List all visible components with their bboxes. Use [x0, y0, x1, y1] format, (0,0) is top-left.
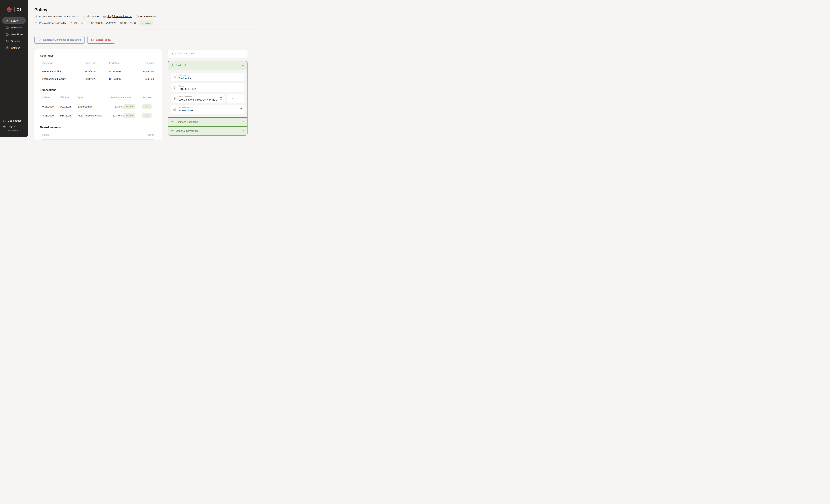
map-pin-icon — [173, 97, 176, 100]
address-row: Mailing address 100 Ohio Ave, Niles, OH … — [171, 94, 245, 103]
unit-number-field[interactable] — [227, 94, 245, 103]
map-pin-icon — [70, 22, 73, 24]
sidebar-item-label: Settings — [11, 46, 20, 49]
status-badge: Active — [139, 21, 153, 26]
logo-divider — [14, 7, 14, 12]
person-icon — [83, 15, 85, 18]
help-icon[interactable] — [220, 97, 222, 100]
policy-app: OS Search — [0, 0, 260, 139]
optional-coverages-title: Optional Coverages — [176, 129, 198, 132]
insured-email-link[interactable]: tim@fitrevolution.com — [107, 15, 132, 18]
calendar-x-icon — [91, 38, 94, 41]
policy-number: AC1EIC-91536480122XXXTENT-1 — [35, 15, 79, 18]
states: OH, NY — [70, 22, 83, 25]
user-email: bobby@agency... — [3, 129, 25, 131]
business-name-field[interactable]: Business name Fit Revolution — [171, 105, 245, 114]
person-icon — [171, 64, 174, 67]
transactions-table: Intiated Effective Type Premium +/- Stat… — [42, 92, 154, 120]
phone-icon — [173, 86, 176, 89]
chevron-down-icon[interactable] — [242, 130, 244, 132]
cancel-policy-button[interactable]: Cancel policy — [87, 36, 115, 44]
search-list-icon — [6, 19, 9, 22]
folder-chart-icon — [6, 33, 9, 36]
policy-term: 8/18/2025 - 8/18/2026 — [87, 22, 116, 25]
field-value: 100 Ohio Ave, Niles, OH 44446, U — [179, 98, 218, 101]
policy-details-card: Coverages Coverage Start Date End Date P… — [34, 49, 162, 139]
shield-plus-icon — [171, 129, 174, 132]
field-value: (716) 622-1122 — [179, 88, 242, 91]
business-name-meta: Fit Revolution — [136, 15, 156, 18]
hash-icon — [35, 15, 37, 18]
named-insureds-title: Named Insureds — [40, 126, 156, 129]
help-icon[interactable] — [240, 108, 242, 111]
sidebar-footer: Get in touch Log out bobby@agency... — [3, 114, 25, 132]
business-locations-title: Business Locations — [176, 121, 198, 124]
headset-icon — [3, 120, 6, 122]
optional-coverages-header[interactable]: Optional Coverages — [168, 126, 247, 135]
basic-info-title: Basic Info — [176, 64, 187, 67]
status-badge: Bound — [124, 104, 135, 109]
mailing-address-field[interactable]: Mailing address 100 Ohio Ave, Niles, OH … — [171, 94, 225, 103]
dollar-circle-icon — [120, 22, 123, 24]
generate-certificate-button[interactable]: Generate Certificate of Insurance — [34, 36, 85, 44]
chevron-down-icon[interactable] — [242, 121, 244, 123]
at-sign-icon — [136, 15, 139, 18]
award-icon — [38, 38, 41, 41]
field-label: Phone — [179, 85, 242, 87]
app-logo: OS — [7, 7, 28, 12]
sidebar-item-tenants[interactable]: Tenants — [2, 38, 26, 44]
sidebar-footer-divider — [3, 114, 25, 114]
field-value: Fit Revolution — [179, 109, 237, 112]
gear-icon — [6, 46, 9, 49]
payment-badge: Paid — [142, 113, 152, 118]
total-premium: $2,579.90 — [120, 22, 136, 25]
phone-field[interactable]: Phone (716) 622-1122 — [171, 83, 245, 92]
coverages-header-row: Coverage Start Date End Date Premium — [42, 57, 154, 68]
unit-number-input[interactable] — [230, 97, 242, 100]
business-locations-header[interactable]: Business Locations — [168, 117, 247, 126]
coverages-table: Coverage Start Date End Date Premium Gen… — [42, 57, 154, 82]
main-content: Policy AC1EIC-91536480122XXXTENT-1 Tim — [28, 0, 260, 139]
transactions-title: Transactions — [40, 89, 156, 92]
brand-logo-icon — [7, 7, 12, 12]
double-check-icon — [141, 22, 144, 24]
at-sign-icon — [173, 108, 176, 111]
insured-name: Tim Hunter — [83, 15, 99, 18]
chevron-up-icon[interactable] — [242, 64, 244, 67]
basic-info-header[interactable]: Basic Info — [168, 61, 247, 70]
table-row: 8/18/2025 8/18/2025 New Policy Purchase … — [42, 111, 154, 120]
coverages-title: Coverages — [40, 54, 156, 57]
log-out-link[interactable]: Log out — [3, 124, 25, 129]
sidebar-item-search[interactable]: Search — [2, 17, 26, 24]
policy-meta-row-1: AC1EIC-91536480122XXXTENT-1 Tim Hunter t… — [35, 15, 260, 18]
search-icon — [170, 52, 173, 55]
log-out-label: Log out — [8, 125, 16, 128]
named-insureds-table: Name Email Tim Hunter Primary tim@fitrev… — [42, 129, 154, 139]
mail-icon — [103, 15, 106, 18]
sidebar-item-label: Renewals — [11, 26, 22, 29]
field-panel: Basic Info — [168, 49, 248, 136]
field-search — [168, 49, 248, 58]
sidebar-item-settings[interactable]: Settings — [2, 44, 26, 51]
calendar-icon — [87, 22, 90, 24]
field-search-input[interactable] — [175, 52, 245, 55]
basic-info-body: Full name Tim Hunter Phone — [168, 70, 247, 117]
field-value: Tim Hunter — [179, 77, 242, 80]
payment-badge: Paid — [142, 104, 152, 109]
sidebar-item-label: Search — [11, 19, 19, 22]
field-label: Mailing address — [179, 96, 218, 98]
sidebar: OS Search — [0, 0, 28, 137]
log-out-icon — [3, 125, 6, 128]
insured-email: tim@fitrevolution.com — [103, 15, 132, 18]
sidebar-item-loss-runs[interactable]: Loss Runs — [2, 31, 26, 38]
person-icon — [173, 75, 176, 78]
get-in-touch-link[interactable]: Get in touch — [3, 118, 25, 124]
full-name-field[interactable]: Full name Tim Hunter — [171, 73, 245, 81]
get-in-touch-label: Get in touch — [8, 119, 22, 122]
cube-icon — [6, 40, 9, 43]
table-row: 9/18/2025 9/22/2025 Endorsement + $205.5… — [42, 102, 154, 111]
sidebar-item-label: Tenants — [11, 40, 20, 43]
policy-meta-row-2: Physical Fitness Facility OH, NY 8/18 — [35, 21, 260, 26]
table-row: Professional Liability 8/18/2025 8/18/20… — [42, 75, 154, 82]
sidebar-item-renewals[interactable]: Renewals — [2, 24, 26, 31]
